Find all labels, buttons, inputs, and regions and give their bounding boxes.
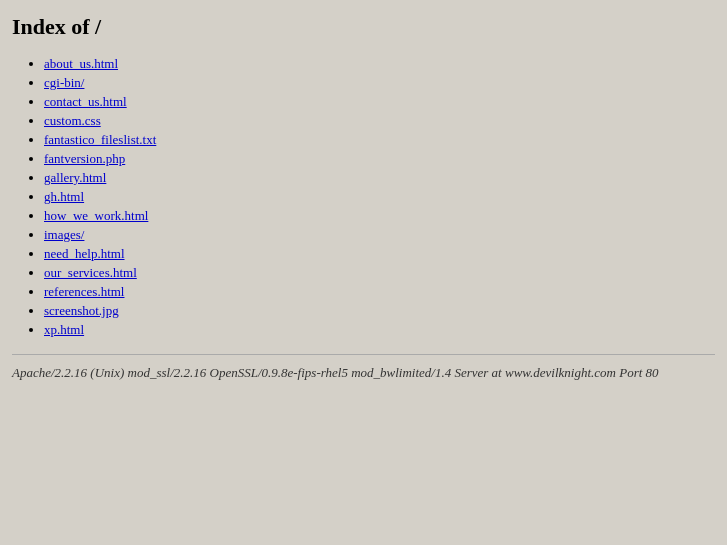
list-item: fantastico_fileslist.txt bbox=[44, 132, 715, 148]
list-item: custom.css bbox=[44, 113, 715, 129]
list-item: about_us.html bbox=[44, 56, 715, 72]
list-item: how_we_work.html bbox=[44, 208, 715, 224]
list-item: gh.html bbox=[44, 189, 715, 205]
list-item: fantversion.php bbox=[44, 151, 715, 167]
file-link[interactable]: images/ bbox=[44, 227, 84, 242]
file-link[interactable]: custom.css bbox=[44, 113, 101, 128]
file-link[interactable]: our_services.html bbox=[44, 265, 137, 280]
file-link[interactable]: about_us.html bbox=[44, 56, 118, 71]
file-link[interactable]: fantastico_fileslist.txt bbox=[44, 132, 156, 147]
file-link[interactable]: screenshot.jpg bbox=[44, 303, 119, 318]
list-item: cgi-bin/ bbox=[44, 75, 715, 91]
file-link[interactable]: gh.html bbox=[44, 189, 84, 204]
file-link[interactable]: fantversion.php bbox=[44, 151, 125, 166]
file-link[interactable]: xp.html bbox=[44, 322, 84, 337]
file-link[interactable]: contact_us.html bbox=[44, 94, 127, 109]
file-link[interactable]: cgi-bin/ bbox=[44, 75, 84, 90]
list-item: images/ bbox=[44, 227, 715, 243]
list-item: screenshot.jpg bbox=[44, 303, 715, 319]
server-info: Apache/2.2.16 (Unix) mod_ssl/2.2.16 Open… bbox=[12, 365, 715, 381]
file-link[interactable]: references.html bbox=[44, 284, 124, 299]
list-item: references.html bbox=[44, 284, 715, 300]
list-item: gallery.html bbox=[44, 170, 715, 186]
file-list: about_us.htmlcgi-bin/contact_us.htmlcust… bbox=[12, 56, 715, 338]
page-title: Index of / bbox=[12, 14, 715, 40]
list-item: contact_us.html bbox=[44, 94, 715, 110]
list-item: xp.html bbox=[44, 322, 715, 338]
list-item: need_help.html bbox=[44, 246, 715, 262]
file-link[interactable]: need_help.html bbox=[44, 246, 125, 261]
file-link[interactable]: how_we_work.html bbox=[44, 208, 148, 223]
divider bbox=[12, 354, 715, 355]
list-item: our_services.html bbox=[44, 265, 715, 281]
file-link[interactable]: gallery.html bbox=[44, 170, 106, 185]
